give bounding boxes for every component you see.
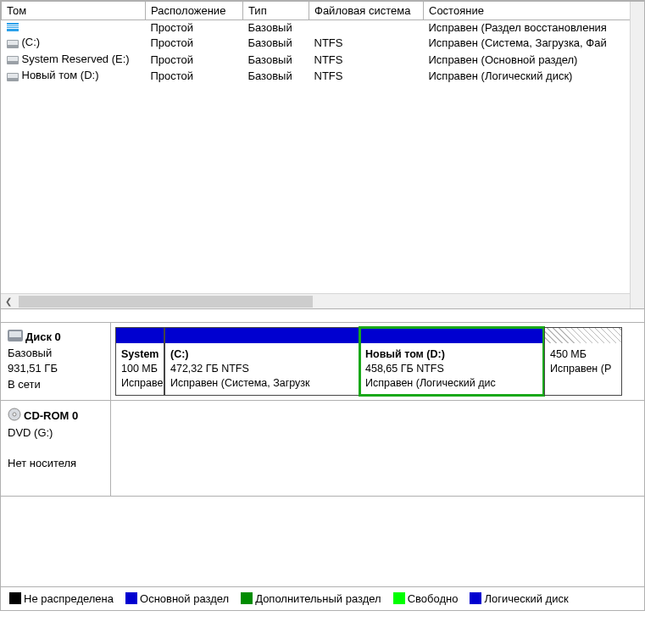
partition-header: [165, 328, 359, 343]
partition-box-selected[interactable]: Новый том (D:) 458,65 ГБ NTFS Исправен (…: [359, 327, 544, 396]
volume-type: Базовый: [243, 35, 309, 52]
scroll-left-arrow-icon[interactable]: ❮: [1, 294, 16, 308]
volume-layout: Простой: [146, 35, 243, 52]
legend-swatch-icon: [470, 592, 481, 604]
volume-layout: Простой: [146, 68, 243, 85]
partition-size: 450 МБ: [550, 347, 616, 362]
col-header-fs[interactable]: Файловая система: [309, 2, 424, 20]
partition-status: Исправен (Р: [550, 362, 616, 376]
table-row[interactable]: Новый том (D:) Простой Базовый NTFS Испр…: [2, 68, 644, 85]
table-row[interactable]: (C:) Простой Базовый NTFS Исправен (Сист…: [2, 35, 644, 52]
legend-item: Не распределена: [9, 592, 114, 605]
col-header-volume[interactable]: Том: [2, 2, 146, 20]
col-header-status[interactable]: Состояние: [424, 2, 644, 20]
svg-rect-11: [9, 331, 21, 337]
legend-swatch-icon: [241, 592, 253, 604]
disk-title: CD-ROM 0: [24, 409, 78, 422]
legend-label: Дополнительный раздел: [255, 592, 381, 605]
drive-icon: [7, 71, 19, 80]
partition-title: Новый том (D:): [365, 347, 538, 362]
volume-status: Исправен (Основной раздел): [424, 52, 644, 69]
vertical-scrollbar[interactable]: [630, 2, 644, 309]
partition-body: Новый том (D:) 458,65 ГБ NTFS Исправен (…: [360, 343, 543, 395]
partition-box[interactable]: (C:) 472,32 ГБ NTFS Исправен (Система, З…: [164, 327, 359, 396]
legend-item: Свободно: [393, 592, 459, 605]
scroll-thumb[interactable]: [19, 296, 313, 308]
legend-label: Свободно: [408, 592, 459, 605]
svg-rect-9: [8, 74, 18, 78]
legend-label: Основной раздел: [140, 592, 229, 605]
disk-label[interactable]: CD-ROM 0 DVD (G:) Нет носителя: [1, 401, 111, 496]
spacer: [1, 497, 644, 586]
legend-swatch-icon: [125, 592, 137, 604]
disk-row[interactable]: Диск 0 Базовый 931,51 ГБ В сети System 1…: [1, 323, 644, 401]
volume-name: (C:): [22, 36, 41, 48]
partition-box[interactable]: System 100 МБ Исправе: [115, 327, 164, 396]
partition-header: [116, 328, 164, 343]
partition-size: 458,65 ГБ NTFS: [365, 362, 538, 376]
legend-item: Основной раздел: [125, 592, 229, 605]
partition-body: (C:) 472,32 ГБ NTFS Исправен (Система, З…: [165, 343, 359, 395]
svg-rect-5: [8, 41, 18, 45]
disk-state: Нет носителя: [8, 457, 76, 469]
drive-icon: [7, 54, 19, 63]
volume-name: System Reserved (E:): [22, 53, 130, 65]
partition-header: [360, 328, 543, 343]
volume-list-pane: Том Расположение Тип Файловая система Со…: [0, 0, 645, 309]
horizontal-scrollbar[interactable]: ❮ ❯: [1, 293, 644, 308]
volume-layout: Простой: [146, 52, 243, 69]
cd-rom-icon: [8, 408, 21, 425]
volume-type: Базовый: [243, 20, 309, 36]
table-row[interactable]: Простой Базовый Исправен (Раздел восстан…: [2, 20, 644, 36]
table-row[interactable]: System Reserved (E:) Простой Базовый NTF…: [2, 52, 644, 69]
disk-type: Базовый: [8, 347, 52, 359]
volume-fs: NTFS: [309, 52, 424, 69]
volume-fs: NTFS: [309, 68, 424, 85]
partition-box[interactable]: 450 МБ Исправен (Р: [544, 327, 622, 396]
volume-table-wrap: Том Расположение Тип Файловая система Со…: [1, 1, 644, 293]
svg-rect-7: [8, 57, 18, 61]
legend-label: Логический диск: [484, 592, 568, 605]
disk-label[interactable]: Диск 0 Базовый 931,51 ГБ В сети: [1, 323, 111, 400]
disk-title: Диск 0: [25, 330, 61, 343]
legend-swatch-icon: [393, 592, 405, 604]
svg-point-13: [13, 413, 16, 416]
legend-item: Дополнительный раздел: [241, 592, 381, 605]
drive-icon: [7, 38, 19, 47]
svg-rect-2: [7, 26, 19, 27]
table-header-row: Том Расположение Тип Файловая система Со…: [2, 2, 644, 20]
partition-title: (C:): [170, 347, 353, 362]
svg-rect-1: [7, 25, 19, 25]
legend-label: Не распределена: [24, 592, 114, 605]
partition-body: System 100 МБ Исправе: [116, 343, 164, 395]
legend: Не распределена Основной раздел Дополнит…: [1, 586, 644, 610]
volume-layout: Простой: [146, 20, 243, 36]
partition-size: 100 МБ: [121, 362, 158, 376]
disk-type: DVD (G:): [8, 426, 53, 439]
col-header-type[interactable]: Тип: [243, 2, 309, 20]
disk-row[interactable]: CD-ROM 0 DVD (G:) Нет носителя: [1, 401, 644, 497]
scroll-track[interactable]: [16, 294, 629, 308]
partition-size: 472,32 ГБ NTFS: [170, 362, 353, 376]
svg-rect-3: [7, 28, 19, 29]
partition-title: System: [121, 347, 158, 362]
legend-swatch-icon: [9, 592, 21, 604]
disk-state: В сети: [8, 378, 41, 391]
volume-status: Исправен (Логический диск): [424, 68, 644, 85]
partition-body: 450 МБ Исправен (Р: [545, 343, 621, 395]
volume-table[interactable]: Том Расположение Тип Файловая система Со…: [1, 1, 644, 85]
pane-header: [1, 309, 644, 323]
volume-status: Исправен (Раздел восстановления: [424, 20, 644, 36]
volume-fs: [309, 20, 424, 36]
legend-item: Логический диск: [470, 592, 568, 605]
partition-status: Исправен (Система, Загрузк: [170, 376, 353, 391]
volume-fs: NTFS: [309, 35, 424, 52]
volume-type: Базовый: [243, 52, 309, 69]
col-header-layout[interactable]: Расположение: [146, 2, 243, 20]
partition-area: [111, 401, 644, 496]
partition-header: [545, 328, 621, 343]
volume-status: Исправен (Система, Загрузка, Фай: [424, 35, 644, 52]
disk-map-pane: Диск 0 Базовый 931,51 ГБ В сети System 1…: [0, 309, 645, 611]
partition-area: System 100 МБ Исправе (C:) 472,32 ГБ NTF…: [111, 323, 644, 400]
partition-status: Исправен (Логический дис: [365, 376, 538, 391]
